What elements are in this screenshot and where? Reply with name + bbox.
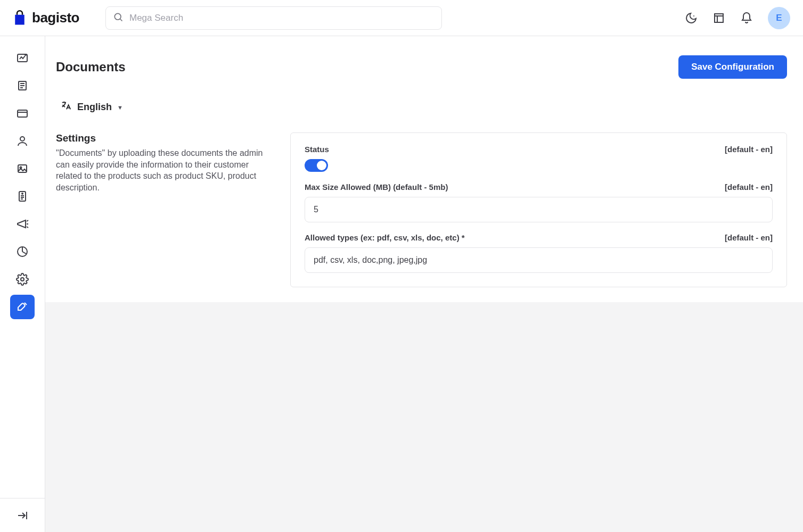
svg-rect-15 — [18, 165, 27, 172]
bag-icon — [12, 10, 28, 26]
sidebar-item-marketing[interactable] — [10, 212, 35, 236]
toggle-knob — [317, 161, 326, 170]
content-header: Documents Save Configuration — [45, 36, 803, 79]
allowed-types-scope: [default - en] — [725, 233, 773, 242]
translate-icon — [60, 100, 72, 114]
max-size-scope: [default - en] — [725, 182, 773, 192]
section-heading: Settings — [56, 132, 269, 144]
field-status: Status [default - en] — [305, 145, 773, 172]
section-intro: Settings "Documents" by uploading these … — [56, 132, 269, 287]
search-input[interactable] — [105, 6, 442, 30]
settings-card: Status [default - en] Max Size Allowed (… — [290, 132, 787, 287]
save-button[interactable]: Save Configuration — [678, 55, 787, 79]
svg-point-18 — [22, 193, 23, 194]
max-size-input[interactable] — [305, 197, 773, 222]
field-allowed-types: Allowed types (ex: pdf, csv, xls, doc, e… — [305, 233, 773, 273]
svg-point-28 — [21, 278, 24, 281]
status-label: Status — [305, 145, 329, 154]
brand-text: bagisto — [32, 10, 79, 26]
allowed-types-input[interactable] — [305, 247, 773, 273]
locale-language: English — [77, 102, 112, 113]
sidebar-item-customers[interactable] — [10, 129, 35, 153]
section-description: "Documents" by uploading these documents… — [56, 147, 269, 193]
status-scope: [default - en] — [725, 145, 773, 154]
field-max-size: Max Size Allowed (MB) (default - 5mb) [d… — [305, 182, 773, 222]
svg-rect-12 — [18, 110, 27, 117]
topbar-actions: E — [685, 7, 790, 29]
sidebar-item-settings[interactable] — [10, 267, 35, 292]
content-tail — [45, 302, 803, 532]
content: Documents Save Configuration English ▼ S… — [45, 36, 803, 532]
svg-point-2 — [693, 15, 694, 16]
svg-line-24 — [27, 227, 28, 228]
svg-line-22 — [27, 220, 28, 221]
chevron-down-icon: ▼ — [117, 104, 123, 111]
sidebar-item-configure[interactable] — [10, 295, 35, 319]
sidebar-item-cms[interactable] — [10, 156, 35, 181]
sidebar-item-dashboard[interactable] — [10, 46, 35, 70]
svg-line-1 — [120, 19, 122, 21]
svg-point-0 — [114, 13, 121, 20]
search-icon — [113, 12, 124, 24]
status-toggle[interactable] — [305, 159, 328, 172]
sidebar-collapse[interactable] — [0, 498, 45, 532]
sidebar-item-catalog[interactable] — [10, 73, 35, 98]
store-icon[interactable] — [712, 12, 725, 24]
sidebar-item-sales[interactable] — [10, 101, 35, 126]
svg-line-27 — [22, 252, 26, 254]
svg-rect-4 — [715, 16, 723, 22]
sidebar-item-velocity[interactable] — [10, 184, 35, 209]
avatar[interactable]: E — [768, 7, 790, 29]
allowed-types-label: Allowed types (ex: pdf, csv, xls, doc, e… — [305, 233, 465, 242]
locale-switcher[interactable]: English ▼ — [45, 79, 803, 114]
avatar-initial: E — [776, 13, 782, 23]
topbar: bagisto E — [0, 0, 803, 36]
mega-search — [105, 6, 442, 30]
max-size-label: Max Size Allowed (MB) (default - 5mb) — [305, 182, 448, 192]
svg-point-14 — [20, 137, 24, 141]
sidebar-item-reports[interactable] — [10, 239, 35, 264]
dark-mode-icon[interactable] — [685, 12, 698, 24]
bell-icon[interactable] — [740, 12, 753, 24]
brand-logo[interactable]: bagisto — [12, 10, 97, 26]
svg-point-7 — [24, 54, 27, 56]
sidebar — [0, 36, 45, 532]
page-title: Documents — [56, 60, 126, 74]
